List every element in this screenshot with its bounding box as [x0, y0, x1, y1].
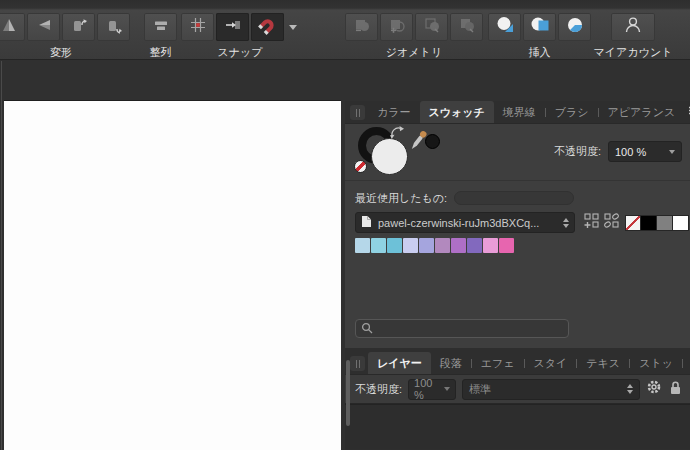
tab-styles[interactable]: スタイ [525, 352, 577, 374]
search-icon [361, 320, 373, 338]
tab-stock[interactable]: ストッ [630, 352, 682, 374]
panel-drag-grip[interactable] [350, 105, 365, 120]
dropdown-caret-icon [669, 150, 675, 154]
toolbar-group-label: ジオメトリ [345, 45, 483, 60]
recent-color-swatch[interactable] [419, 238, 434, 253]
recent-colors-grid [345, 238, 690, 253]
toolbar-group-transform: 変形 [0, 13, 130, 60]
dropdown-caret-icon [444, 387, 450, 391]
secondary-color-well[interactable] [425, 134, 440, 149]
recent-color-swatch[interactable] [435, 238, 450, 253]
insert-behind-button[interactable] [488, 13, 521, 41]
tab-color[interactable]: カラー [368, 101, 420, 123]
layers-panel: レイヤー 段落 エフェ スタイ テキス ストッ 文字 不透明度: 100 % [345, 352, 690, 450]
rotate-ccw-button[interactable] [62, 13, 95, 41]
snap-grid-button[interactable] [181, 13, 214, 41]
recent-color-swatch[interactable] [387, 238, 402, 253]
toolbar-group-label: 整列 [144, 45, 177, 60]
layer-opacity-label: 不透明度: [355, 382, 402, 397]
swatch-opacity-control: 不透明度: 100 % [554, 141, 682, 162]
swatch-none[interactable] [625, 215, 641, 231]
swap-fill-stroke-button[interactable] [389, 125, 406, 144]
tab-effects[interactable]: エフェ [472, 352, 524, 374]
recent-color-swatch[interactable] [451, 238, 466, 253]
swatch-black[interactable] [641, 215, 657, 231]
toolbar-group-label: 挿入 [488, 45, 591, 60]
tab-character[interactable]: 文字 [683, 352, 690, 374]
toolbar-group-insert: 挿入 [488, 13, 591, 60]
window-left-edge [1, 61, 2, 450]
person-icon [623, 15, 643, 39]
layers-controls-row: 不透明度: 100 % 標準 [345, 375, 690, 404]
recent-used-section: 最近使用したもの: [345, 186, 690, 210]
move-to-snap-icon [224, 16, 242, 38]
recent-used-strip [454, 191, 574, 205]
magnet-snap-button[interactable] [251, 13, 284, 41]
opacity-dropdown[interactable]: 100 % [608, 141, 682, 162]
my-account-button[interactable] [611, 13, 655, 41]
align-button[interactable] [144, 13, 177, 41]
search-input[interactable] [377, 323, 563, 335]
toolbar-group-label: 変形 [0, 45, 130, 60]
align-icon [152, 16, 170, 38]
document-icon [361, 214, 372, 232]
swatch-white[interactable] [673, 215, 689, 231]
tab-swatches[interactable]: スウォッチ [420, 101, 494, 123]
flip-horizontal-button[interactable] [27, 13, 60, 41]
geometry-intersect-icon [423, 16, 441, 38]
flip-vertical-icon [0, 16, 18, 38]
tab-appearance[interactable]: アピアランス [599, 101, 685, 123]
opacity-label: 不透明度: [554, 144, 601, 159]
no-color-button[interactable] [354, 160, 367, 173]
add-swatch-button[interactable] [584, 213, 600, 233]
palette-row: pawel-czerwinski-ruJm3dBXCq... [345, 210, 690, 235]
tab-brush[interactable]: ブラシ [546, 101, 598, 123]
tab-layers[interactable]: レイヤー [368, 352, 431, 374]
swatches-panel: カラー スウォッチ 境界線 ブラシ アピアランス [345, 101, 690, 348]
recent-color-swatch[interactable] [467, 238, 482, 253]
snap-grid-icon [189, 16, 207, 38]
recent-color-swatch[interactable] [483, 238, 498, 253]
flip-vertical-button[interactable] [0, 13, 25, 41]
layers-panel-tabbar: レイヤー 段落 エフェ スタイ テキス ストッ 文字 [345, 352, 690, 375]
swatch-gray[interactable] [657, 215, 673, 231]
panel-drag-grip[interactable] [350, 356, 365, 371]
flip-horizontal-icon [35, 16, 53, 38]
snap-options-caret[interactable] [286, 13, 299, 41]
geometry-divide-button[interactable] [450, 13, 483, 41]
geometry-divide-icon [458, 16, 476, 38]
color-well-section: 不透明度: 100 % [345, 124, 690, 181]
layers-list[interactable] [345, 404, 690, 449]
link-swatch-icon [604, 213, 620, 233]
geometry-subtract-button[interactable] [380, 13, 413, 41]
blend-mode-dropdown[interactable]: 標準 [462, 379, 640, 400]
geometry-add-button[interactable] [345, 13, 378, 41]
link-swatch-button[interactable] [604, 213, 620, 233]
layer-opacity-dropdown[interactable]: 100 % [408, 379, 456, 400]
layer-lock-button[interactable] [668, 380, 682, 399]
palette-actions [584, 213, 620, 233]
rotate-cw-button[interactable] [97, 13, 130, 41]
tab-stroke[interactable]: 境界線 [494, 101, 545, 123]
main-toolbar: 変形 整列 [0, 0, 690, 60]
tab-text[interactable]: テキス [577, 352, 629, 374]
rotate-cw-icon [105, 16, 123, 38]
palette-dropdown[interactable]: pawel-czerwinski-ruJm3dBXCq... [355, 212, 575, 233]
swatches-panel-menu-button[interactable] [684, 101, 690, 123]
tab-paragraph[interactable]: 段落 [431, 352, 471, 374]
recent-color-swatch[interactable] [371, 238, 386, 253]
toolbar-group-snap: スナップ [181, 13, 299, 60]
geometry-intersect-button[interactable] [415, 13, 448, 41]
recent-color-swatch[interactable] [499, 238, 514, 253]
canvas[interactable] [4, 101, 341, 450]
recent-color-swatch[interactable] [355, 238, 370, 253]
panel-scrollbar[interactable] [346, 360, 350, 426]
recent-color-swatch[interactable] [403, 238, 418, 253]
gear-icon [646, 379, 662, 399]
layer-settings-button[interactable] [646, 379, 662, 399]
dropdown-caret-icon [289, 25, 297, 30]
move-to-snap-button[interactable] [216, 13, 249, 41]
toolbar-group-label: マイアカウント [578, 45, 688, 60]
insert-on-top-button[interactable] [523, 13, 556, 41]
swatch-search-box[interactable] [355, 319, 569, 338]
